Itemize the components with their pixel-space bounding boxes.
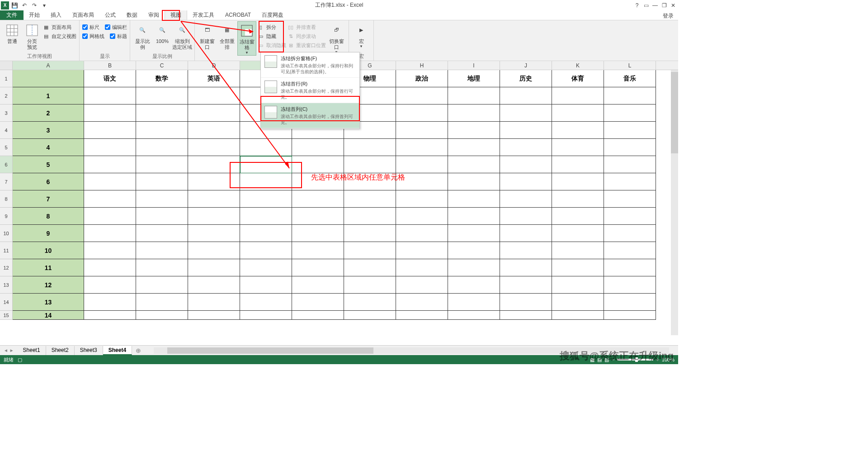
qat-redo-button[interactable]: ↷ bbox=[30, 1, 39, 10]
cell-K1[interactable]: 体育 bbox=[552, 70, 604, 87]
zoom-in-button[interactable]: + bbox=[656, 357, 659, 362]
ribbon-tab-3[interactable]: 公式 bbox=[99, 10, 121, 20]
horizontal-scrollbar[interactable] bbox=[154, 347, 669, 354]
cell-L12[interactable] bbox=[604, 259, 656, 276]
headings-checkbox[interactable]: 标题 bbox=[110, 32, 127, 40]
cell-D5[interactable] bbox=[188, 139, 240, 156]
cell-B11[interactable] bbox=[84, 242, 136, 259]
row-header-7[interactable]: 7 bbox=[0, 173, 13, 190]
cell-B10[interactable] bbox=[84, 225, 136, 242]
cell-B15[interactable] bbox=[84, 311, 136, 320]
cell-C3[interactable] bbox=[136, 104, 188, 122]
cell-H3[interactable] bbox=[396, 104, 448, 122]
cell-C7[interactable] bbox=[136, 173, 188, 190]
cell-L2[interactable] bbox=[604, 87, 656, 104]
cell-D4[interactable] bbox=[188, 122, 240, 139]
cell-L14[interactable] bbox=[604, 294, 656, 311]
cell-K5[interactable] bbox=[552, 139, 604, 156]
column-header-H[interactable]: H bbox=[396, 61, 448, 70]
cell-B9[interactable] bbox=[84, 208, 136, 225]
column-header-K[interactable]: K bbox=[552, 61, 604, 70]
row-header-10[interactable]: 10 bbox=[0, 225, 13, 242]
macro-record-icon[interactable]: ▢ bbox=[18, 357, 22, 362]
cell-K10[interactable] bbox=[552, 225, 604, 242]
cell-A10[interactable]: 9 bbox=[13, 225, 84, 242]
cell-F9[interactable] bbox=[292, 208, 344, 225]
cell-I5[interactable] bbox=[448, 139, 500, 156]
cell-A12[interactable]: 11 bbox=[13, 259, 84, 276]
cell-K9[interactable] bbox=[552, 208, 604, 225]
cell-B1[interactable]: 语文 bbox=[84, 70, 136, 87]
cell-H7[interactable] bbox=[396, 173, 448, 190]
macros-button[interactable]: ▶宏▼ bbox=[352, 21, 371, 49]
new-sheet-button[interactable]: ⊕ bbox=[132, 347, 145, 354]
cell-H2[interactable] bbox=[396, 87, 448, 104]
cell-K2[interactable] bbox=[552, 87, 604, 104]
cell-B6[interactable] bbox=[84, 156, 136, 173]
cell-A4[interactable]: 3 bbox=[13, 122, 84, 139]
switch-windows-button[interactable]: 🗗切换窗口▼ bbox=[327, 21, 346, 55]
cell-H4[interactable] bbox=[396, 122, 448, 139]
ribbon-tab-4[interactable]: 数据 bbox=[121, 10, 143, 20]
page-layout-button[interactable]: ▦页面布局 bbox=[42, 23, 76, 31]
cell-B14[interactable] bbox=[84, 294, 136, 311]
sheet-tab-Sheet1[interactable]: Sheet1 bbox=[18, 346, 46, 355]
cell-I15[interactable] bbox=[448, 311, 500, 320]
formula-bar-checkbox[interactable]: 编辑栏 bbox=[105, 23, 127, 31]
freeze-dropdown-item-1[interactable]: 冻结首行(R)滚动工作表其余部分时，保持首行可见。 bbox=[261, 78, 359, 103]
row-header-11[interactable]: 11 bbox=[0, 242, 13, 259]
row-header-15[interactable]: 15 bbox=[0, 311, 13, 320]
cell-D6[interactable] bbox=[188, 156, 240, 173]
cell-K13[interactable] bbox=[552, 276, 604, 294]
cell-J13[interactable] bbox=[500, 276, 552, 294]
cell-L5[interactable] bbox=[604, 139, 656, 156]
cell-I14[interactable] bbox=[448, 294, 500, 311]
column-header-L[interactable]: L bbox=[604, 61, 656, 70]
cell-D1[interactable]: 英语 bbox=[188, 70, 240, 87]
view-break-icon[interactable]: ▧ bbox=[604, 357, 609, 363]
reset-window-button[interactable]: ⊞重设窗口位置 bbox=[287, 41, 326, 49]
cell-E6[interactable] bbox=[240, 156, 292, 173]
cell-J10[interactable] bbox=[500, 225, 552, 242]
split-button[interactable]: ▯拆分 bbox=[257, 23, 286, 31]
zoom-button[interactable]: 🔍显示比例 bbox=[133, 21, 152, 50]
cell-B5[interactable] bbox=[84, 139, 136, 156]
cell-C9[interactable] bbox=[136, 208, 188, 225]
freeze-panes-button[interactable]: 冻结窗格▼ bbox=[237, 21, 256, 56]
cell-D9[interactable] bbox=[188, 208, 240, 225]
cell-L9[interactable] bbox=[604, 208, 656, 225]
sheet-tab-Sheet4[interactable]: Sheet4 bbox=[103, 346, 132, 355]
cell-C8[interactable] bbox=[136, 190, 188, 208]
cell-K6[interactable] bbox=[552, 156, 604, 173]
cell-C2[interactable] bbox=[136, 87, 188, 104]
cell-A1[interactable] bbox=[13, 70, 84, 87]
cell-H5[interactable] bbox=[396, 139, 448, 156]
cell-B13[interactable] bbox=[84, 276, 136, 294]
restore-button[interactable]: ❐ bbox=[661, 2, 667, 9]
row-header-8[interactable]: 8 bbox=[0, 190, 13, 208]
cell-F8[interactable] bbox=[292, 190, 344, 208]
cell-I11[interactable] bbox=[448, 242, 500, 259]
cell-G9[interactable] bbox=[344, 208, 396, 225]
freeze-dropdown-item-2[interactable]: 冻结首列(C)滚动工作表其余部分时，保持首列可见。 bbox=[261, 103, 359, 128]
zoom-slider[interactable] bbox=[617, 359, 653, 361]
sync-scroll-button[interactable]: ⇅同步滚动 bbox=[287, 32, 326, 40]
normal-view-button[interactable]: 普通 bbox=[3, 21, 22, 44]
cell-A11[interactable]: 10 bbox=[13, 242, 84, 259]
custom-views-button[interactable]: ▤自定义视图 bbox=[42, 32, 76, 40]
cell-J15[interactable] bbox=[500, 311, 552, 320]
cell-L11[interactable] bbox=[604, 242, 656, 259]
cell-H6[interactable] bbox=[396, 156, 448, 173]
cell-F13[interactable] bbox=[292, 276, 344, 294]
cell-A3[interactable]: 2 bbox=[13, 104, 84, 122]
cell-I8[interactable] bbox=[448, 190, 500, 208]
column-header-A[interactable]: A bbox=[13, 61, 84, 70]
cell-G8[interactable] bbox=[344, 190, 396, 208]
cell-B12[interactable] bbox=[84, 259, 136, 276]
cell-I10[interactable] bbox=[448, 225, 500, 242]
gridlines-checkbox[interactable]: 网格线 bbox=[82, 32, 104, 40]
cell-F15[interactable] bbox=[292, 311, 344, 320]
cell-A14[interactable]: 13 bbox=[13, 294, 84, 311]
cell-L4[interactable] bbox=[604, 122, 656, 139]
cell-K8[interactable] bbox=[552, 190, 604, 208]
